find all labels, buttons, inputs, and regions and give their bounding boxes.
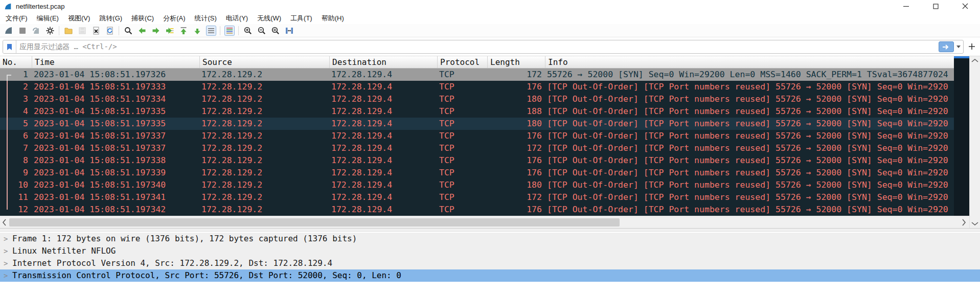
toolbar-separator [59,26,59,35]
cell-time: 2023-01-04 15:08:51.197333 [34,81,197,93]
packet-row[interactable]: 7 2023-01-04 15:08:51.197337 172.28.129.… [0,142,954,154]
stop-capture-button[interactable] [15,25,29,37]
menu-edit[interactable]: 编辑(E) [32,12,63,25]
cell-protocol: TCP [439,130,485,142]
packet-row[interactable]: 8 2023-01-04 15:08:51.197338 172.28.129.… [0,154,954,167]
auto-scroll-toggle[interactable] [204,25,218,37]
go-to-packet-button[interactable] [163,25,176,37]
reload-file-icon [105,26,115,35]
column-header-destination[interactable]: Destination [329,56,437,68]
toolbar-separator [238,26,239,35]
apply-filter-button[interactable] [939,41,954,52]
zoom-out-button[interactable] [255,25,268,37]
expand-chevron-icon[interactable]: > [4,257,8,269]
expand-chevron-icon[interactable]: > [4,245,8,257]
scroll-right-icon[interactable] [962,219,966,226]
packet-row[interactable]: 4 2023-01-04 15:08:51.197335 172.28.129.… [0,105,954,118]
packet-row[interactable]: 9 2023-01-04 15:08:51.197339 172.28.129.… [0,167,954,179]
cell-no: 3 [0,93,28,105]
save-file-icon [78,26,87,35]
go-first-button[interactable] [176,25,190,37]
toolbar-separator [119,26,119,35]
menu-wireless[interactable]: 无线(W) [253,12,286,25]
plus-icon [968,43,975,50]
packet-row[interactable]: 3 2023-01-04 15:08:51.197334 172.28.129.… [0,93,954,105]
minimize-button[interactable] [891,0,921,12]
menu-tools[interactable]: 工具(T) [286,12,317,25]
cell-destination: 172.28.129.4 [331,154,434,167]
reload-file-button[interactable] [103,25,117,37]
open-file-button[interactable] [61,25,75,37]
expand-chevron-icon[interactable]: > [4,233,8,245]
restart-capture-button[interactable] [29,25,43,37]
cell-destination: 172.28.129.4 [331,69,434,81]
menu-go[interactable]: 跳转(G) [95,12,127,25]
cell-info: [TCP Out-Of-Order] [TCP Port numbers reu… [547,105,954,118]
colorize-icon [224,26,235,36]
add-filter-button[interactable] [967,41,977,52]
menu-telephony[interactable]: 电话(Y) [221,12,253,25]
column-header-time[interactable]: Time [32,56,199,68]
cell-source: 172.28.129.2 [201,93,327,105]
horizontal-scrollbar[interactable] [0,216,969,228]
detail-row-nflog[interactable]: > Linux Netfilter NFLOG [0,245,980,257]
cell-destination: 172.28.129.4 [331,142,434,154]
filter-bookmark-button[interactable] [3,40,16,53]
cell-protocol: TCP [439,93,485,105]
cell-info: [TCP Out-Of-Order] [TCP Port numbers reu… [547,203,954,216]
filter-history-dropdown[interactable] [954,41,963,52]
scroll-left-icon[interactable] [2,219,7,226]
colorize-toggle[interactable] [222,25,236,37]
menu-help[interactable]: 帮助(H) [317,12,349,25]
start-capture-button[interactable] [2,25,15,37]
find-packet-button[interactable] [121,25,135,37]
column-header-source[interactable]: Source [199,56,329,68]
cell-protocol: TCP [439,105,485,118]
maximize-button[interactable] [921,0,950,12]
capture-options-button[interactable] [43,25,57,37]
cell-source: 172.28.129.2 [201,154,327,167]
maximize-icon [933,4,939,9]
vertical-scrollbar[interactable] [969,56,980,228]
cell-protocol: TCP [439,154,485,167]
cell-source: 172.28.129.2 [201,191,327,203]
detail-row-frame[interactable]: > Frame 1: 172 bytes on wire (1376 bits)… [0,233,980,245]
zoom-original-button[interactable] [268,25,282,37]
close-file-button[interactable] [89,25,103,37]
go-forward-button[interactable] [149,25,163,37]
detail-row-ip[interactable]: > Internet Protocol Version 4, Src: 172.… [0,257,980,269]
detail-text: Linux Netfilter NFLOG [12,246,116,256]
column-header-info[interactable]: Info [545,56,954,68]
packet-row[interactable]: 12 2023-01-04 15:08:51.197342 172.28.129… [0,203,954,216]
horizontal-scrollbar-thumb[interactable] [9,218,620,227]
column-header-no[interactable]: No. [0,56,32,68]
menu-statistics[interactable]: 统计(S) [190,12,221,25]
display-filter-input[interactable]: 应用显示过滤器 … <Ctrl-/> [3,40,964,54]
detail-row-tcp[interactable]: > Transmission Control Protocol, Src Por… [0,269,980,282]
resize-columns-button[interactable] [282,25,296,37]
packet-list-header: No. Time Source Destination Protocol Len… [0,56,954,69]
menu-view[interactable]: 视图(V) [63,12,95,25]
menu-file[interactable]: 文件(F) [1,12,32,25]
scroll-down-icon[interactable] [971,221,978,226]
save-file-button[interactable] [75,25,89,37]
cell-info: [TCP Out-Of-Order] [TCP Port numbers reu… [547,130,954,142]
packet-row[interactable]: 6 2023-01-04 15:08:51.197337 172.28.129.… [0,130,954,142]
packet-row[interactable]: 5 2023-01-04 15:08:51.197335 172.28.129.… [0,118,954,130]
cell-source: 172.28.129.2 [201,179,327,191]
menu-capture[interactable]: 捕获(C) [127,12,158,25]
column-header-length[interactable]: Length [487,56,545,68]
go-last-button[interactable] [190,25,204,37]
packet-row[interactable]: 2 2023-01-04 15:08:51.197333 172.28.129.… [0,81,954,93]
column-header-protocol[interactable]: Protocol [437,56,487,68]
close-button[interactable] [950,0,980,12]
packet-row[interactable]: 10 2023-01-04 15:08:51.197340 172.28.129… [0,179,954,191]
intelligent-scrollbar-minimap[interactable] [954,56,969,216]
packet-row[interactable]: 1 2023-01-04 15:08:51.197326 172.28.129.… [0,69,954,81]
scroll-up-icon[interactable] [971,58,978,63]
menu-analyze[interactable]: 分析(A) [158,12,190,25]
packet-row[interactable]: 11 2023-01-04 15:08:51.197341 172.28.129… [0,191,954,203]
zoom-in-button[interactable] [241,25,255,37]
expand-chevron-icon[interactable]: > [4,269,8,282]
go-back-button[interactable] [135,25,149,37]
